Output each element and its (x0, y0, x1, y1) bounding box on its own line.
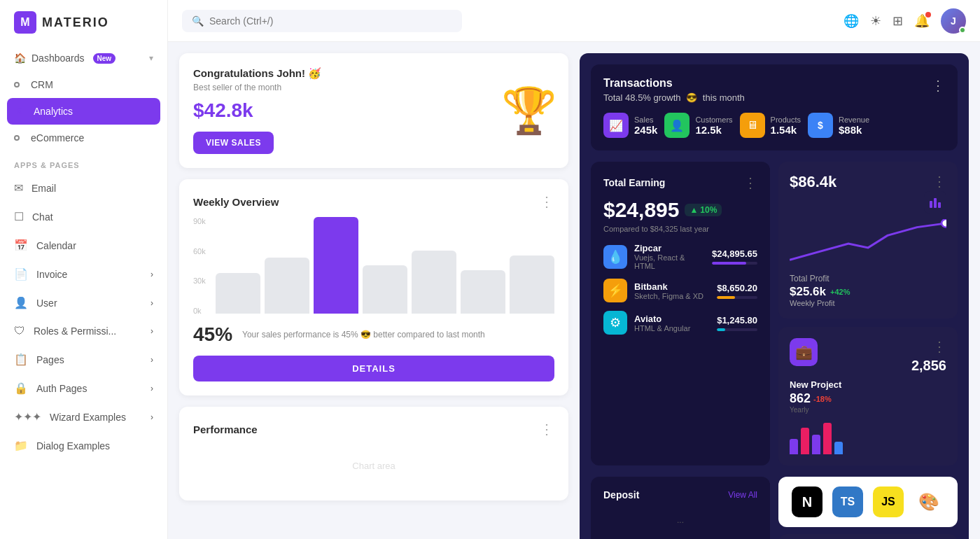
deposit-title: Deposit (603, 489, 639, 500)
earning-amount-col: $8,650.20 (717, 283, 757, 299)
details-button[interactable]: DETAILS (193, 356, 554, 382)
total-profit-badge: +42% (830, 288, 850, 296)
sidebar-item-dialog[interactable]: 📁 Dialog Examples (0, 431, 167, 460)
company-amount: $8,650.20 (717, 283, 757, 293)
products-icon: 🖥 (740, 113, 765, 138)
bar (216, 273, 260, 314)
sidebar-item-crm[interactable]: CRM (0, 71, 167, 98)
stat-products: 🖥 Products 1.54k (740, 113, 801, 138)
right-bottom-col: N TS JS 🎨 Withdraw View All ... (778, 477, 958, 539)
sidebar-item-pages[interactable]: 📋 Pages › (0, 345, 167, 374)
wizard-icon: ✦✦✦ (14, 410, 41, 424)
company-sub: Vuejs, React & HTML (634, 253, 705, 270)
congrats-subtitle: Best seller of the month (193, 83, 554, 92)
trophy-icon: 🏆 (501, 85, 557, 137)
transactions-menu-icon[interactable]: ⋮ (931, 77, 945, 94)
stat-sales: 📈 Sales 245k (603, 113, 657, 138)
company-name: Zipcar (634, 243, 705, 253)
y-label: 0k (193, 307, 206, 315)
stat-value: $88k (839, 124, 869, 136)
sidebar-item-calendar[interactable]: 📅 Calendar (0, 231, 167, 260)
sidebar-item-auth[interactable]: 🔒 Auth Pages › (0, 374, 167, 402)
company-name: Bitbank (634, 281, 710, 292)
sidebar-item-wizard[interactable]: ✦✦✦ Wizard Examples › (0, 402, 167, 431)
total-profit-label: Total Profit (790, 274, 946, 284)
y-label: 30k (193, 276, 206, 285)
sidebar-item-dashboards[interactable]: 🏠 Dashboards New ▾ (0, 45, 167, 71)
notification-dot (925, 12, 931, 18)
sidebar-item-user[interactable]: 👤 User › (0, 288, 167, 317)
earning-compare: Compared to $84,325 last year (603, 225, 757, 233)
sidebar-item-email[interactable]: ✉ Email (0, 174, 167, 202)
sidebar-item-roles[interactable]: 🛡 Roles & Permissi... › (0, 317, 167, 345)
bar (461, 270, 505, 314)
bar (314, 217, 358, 314)
project-mini-bars (790, 419, 946, 454)
view-sales-button[interactable]: VIEW SALES (193, 132, 274, 154)
chevron-right-icon: › (150, 326, 153, 336)
mini-bar (801, 428, 809, 454)
left-column: Congratulations John! 🥳 Best seller of t… (179, 53, 568, 539)
svg-rect-2 (938, 202, 941, 208)
company-amount: $24,895.65 (712, 248, 757, 259)
project-count: 2,856 (911, 358, 946, 374)
weekly-menu-icon[interactable]: ⋮ (540, 193, 554, 210)
notification-wrap[interactable]: 🔔 (914, 13, 930, 29)
circle-icon (14, 82, 20, 88)
chat-icon: ☐ (14, 210, 24, 223)
emoji: 😎 (686, 92, 697, 103)
translate-icon[interactable]: 🌐 (844, 13, 859, 29)
earning-item-bitbank: ⚡ Bitbank Sketch, Figma & XD $8,650.20 (603, 279, 757, 302)
company-sub: Sketch, Figma & XD (634, 292, 710, 300)
stat-revenue: $ Revenue $88k (808, 113, 869, 138)
avatar[interactable]: J (941, 8, 966, 34)
sidebar-item-label: User (36, 298, 57, 309)
congrats-title: Congratulations John! 🥳 (193, 67, 554, 80)
earning-amount: $24,895 (603, 198, 679, 222)
earning-info: Aviato HTML & Angular (634, 314, 710, 332)
stat-customers: 👤 Customers 12.5k (664, 113, 732, 138)
calendar-icon: 📅 (14, 239, 28, 252)
project-badge: -18% (813, 395, 832, 403)
svg-rect-1 (934, 198, 937, 208)
search-input[interactable] (209, 15, 452, 27)
sidebar-item-analytics[interactable]: Analytics (7, 98, 160, 125)
project-menu-icon[interactable]: ⋮ (932, 338, 946, 355)
weekly-bar-chart: 90k 60k 30k 0k (193, 217, 554, 315)
shield-icon: 🛡 (14, 325, 25, 337)
search-bar[interactable]: 🔍 (182, 10, 462, 32)
performance-menu-icon[interactable]: ⋮ (540, 421, 554, 438)
sidebar-item-ecommerce[interactable]: eCommerce (0, 125, 167, 151)
brightness-icon[interactable]: ☀ (870, 13, 881, 29)
profit-big-value: $86.4k (790, 173, 836, 191)
svg-rect-0 (930, 201, 932, 208)
deposit-view-all[interactable]: View All (728, 490, 757, 500)
mini-bar (812, 435, 820, 454)
total-earning-card: Total Earning ⋮ $24,895 ▲ 10% Compared t… (591, 162, 770, 465)
bar (412, 251, 456, 314)
sales-icon: 📈 (603, 113, 629, 138)
progress-bar (712, 262, 757, 265)
progress-bar (717, 296, 757, 299)
yearly-label: Yearly (790, 406, 946, 414)
stat-label: Sales (634, 115, 657, 124)
earning-menu-icon[interactable]: ⋮ (743, 174, 757, 191)
sidebar-item-label: Wizard Examples (50, 412, 126, 423)
sidebar: M MATERIO 🏠 Dashboards New ▾ CRM Analyti… (0, 0, 168, 539)
withdraw-card: Withdraw View All ... (778, 534, 958, 539)
sidebar-item-chat[interactable]: ☐ Chat (0, 202, 167, 231)
sidebar-item-invoice[interactable]: 📄 Invoice › (0, 260, 167, 288)
logo-icon: M (14, 11, 36, 34)
weekly-profit-label: Weekly Profit (790, 299, 946, 307)
bar-chart-icon (928, 195, 942, 209)
profit-menu-icon[interactable]: ⋮ (932, 173, 946, 190)
grid-icon[interactable]: ⊞ (892, 13, 903, 29)
chevron-right-icon: › (150, 355, 153, 365)
mini-bar (790, 439, 798, 454)
sidebar-item-label: CRM (31, 79, 53, 90)
home-icon: 🏠 (14, 52, 26, 64)
chevron-right-icon: › (150, 298, 153, 308)
invoice-icon: 📄 (14, 267, 28, 281)
new-badge: New (93, 53, 116, 64)
logo: M MATERIO (0, 0, 167, 45)
